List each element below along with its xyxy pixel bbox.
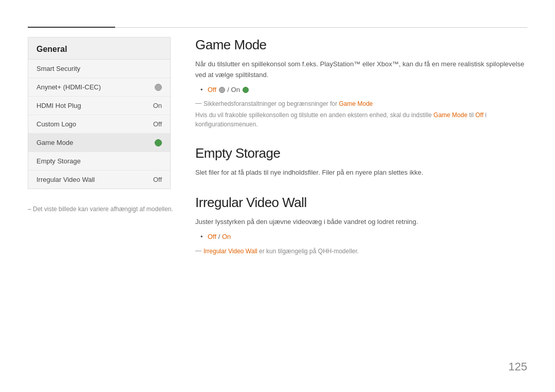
sidebar-item-anynet-label: Anynet+ (HDMI-CEC): [36, 83, 101, 91]
irregular-video-wall-highlight: Irregular Video Wall: [203, 248, 257, 255]
sidebar-item-smart-security-label: Smart Security: [36, 65, 80, 72]
sidebar-item-custom-logo-value: Off: [153, 120, 162, 128]
game-mode-highlight-2: Game Mode: [434, 111, 468, 119]
sidebar-item-irregular-video-wall-value: Off: [153, 176, 162, 183]
main-content: Game Mode Når du tilslutter en spillekon…: [195, 37, 527, 272]
game-mode-off-on-item: Off / On: [200, 85, 527, 96]
game-mode-toggle-icon: [155, 139, 162, 146]
empty-storage-title: Empty Storage: [195, 145, 527, 161]
empty-storage-description: Slet filer for at få plads til nye indho…: [195, 167, 527, 178]
sidebar-item-irregular-video-wall-label: Irregular Video Wall: [36, 176, 95, 183]
top-bar: [28, 27, 527, 28]
sidebar-item-empty-storage[interactable]: Empty Storage: [28, 152, 170, 171]
sidebar-item-game-mode[interactable]: Game Mode: [28, 134, 170, 152]
irregular-video-wall-note: — Irregular Video Wall er kun tilgængeli…: [195, 247, 527, 256]
sidebar-item-hdmi-hot-plug[interactable]: HDMI Hot Plug On: [28, 97, 170, 115]
irregular-video-wall-off-on-item: Off / On: [200, 232, 527, 242]
game-mode-highlight-1: Game Mode: [339, 100, 373, 107]
section-empty-storage: Empty Storage Slet filer for at få plads…: [195, 145, 527, 178]
sidebar-title: General: [28, 38, 170, 60]
game-mode-on-label: On: [231, 86, 240, 94]
game-mode-separator: /: [227, 86, 231, 94]
sidebar-item-smart-security[interactable]: Smart Security: [28, 60, 170, 78]
irregular-on-label: On: [222, 233, 231, 240]
sidebar-item-custom-logo[interactable]: Custom Logo Off: [28, 115, 170, 134]
game-mode-note-2: Hvis du vil frakoble spillekonsollen og …: [195, 110, 527, 129]
game-mode-bullet-list: Off / On: [195, 85, 527, 96]
irregular-separator: /: [218, 233, 222, 240]
page-number: 125: [508, 360, 527, 374]
irregular-video-wall-title: Irregular Video Wall: [195, 195, 527, 211]
off-highlight: Off: [475, 111, 484, 119]
circle-off-icon: [219, 87, 225, 93]
irregular-off-label: Off: [208, 233, 216, 240]
sidebar: General Smart Security Anynet+ (HDMI-CEC…: [28, 37, 171, 189]
irregular-video-wall-bullet-list: Off / On: [195, 232, 527, 242]
irregular-video-wall-note-text: Irregular Video Wall er kun tilgængelig …: [203, 247, 359, 256]
sidebar-item-anynet-hdmi-cec[interactable]: Anynet+ (HDMI-CEC): [28, 78, 170, 97]
bottom-note: – Det viste billede kan variere afhængig…: [28, 206, 173, 213]
sidebar-item-custom-logo-label: Custom Logo: [36, 120, 76, 128]
game-mode-note-1: — Sikkerhedsforanstaltninger og begrænsn…: [195, 99, 527, 108]
irregular-video-wall-description: Juster lysstyrken på den ujævne videovæg…: [195, 217, 527, 228]
game-mode-description: Når du tilslutter en spillekonsol som f.…: [195, 59, 527, 81]
circle-on-icon: [243, 87, 249, 93]
game-mode-off-label: Off: [208, 86, 216, 94]
sidebar-item-empty-storage-label: Empty Storage: [36, 157, 81, 165]
sidebar-item-hdmi-label: HDMI Hot Plug: [36, 102, 81, 109]
section-irregular-video-wall: Irregular Video Wall Juster lysstyrken p…: [195, 195, 527, 256]
sidebar-item-game-mode-label: Game Mode: [36, 139, 73, 146]
game-mode-note-1-text: Sikkerhedsforanstaltninger og begrænsnin…: [203, 99, 373, 108]
section-game-mode: Game Mode Når du tilslutter en spillekon…: [195, 37, 527, 129]
sidebar-item-hdmi-value: On: [153, 102, 162, 109]
top-bar-accent: [28, 27, 115, 28]
anynet-toggle-icon: [155, 84, 162, 91]
game-mode-title: Game Mode: [195, 37, 527, 53]
sidebar-item-irregular-video-wall[interactable]: Irregular Video Wall Off: [28, 171, 170, 189]
game-mode-note-2-text: Hvis du vil frakoble spillekonsollen og …: [195, 110, 527, 129]
top-bar-separator: [115, 27, 527, 28]
